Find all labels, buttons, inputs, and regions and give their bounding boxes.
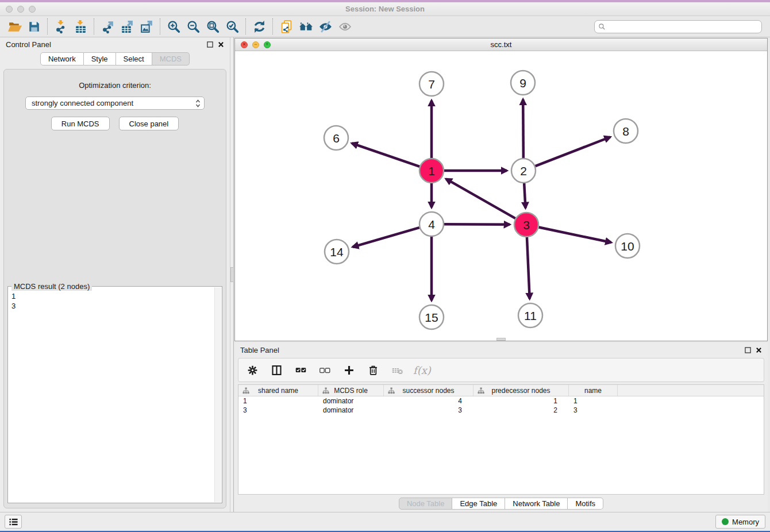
refresh-layout-icon xyxy=(252,20,267,34)
show-panels-button[interactable] xyxy=(5,515,22,529)
hide-selected-button[interactable] xyxy=(315,17,335,36)
edge-3-10[interactable] xyxy=(539,228,611,243)
tab-style[interactable]: Style xyxy=(84,52,116,65)
node-14[interactable]: 14 xyxy=(325,240,349,264)
network-window-title: scc.txt xyxy=(235,40,767,49)
node-11[interactable]: 11 xyxy=(518,303,542,327)
node-1[interactable]: 1 xyxy=(419,159,444,183)
tab-edge-table[interactable]: Edge Table xyxy=(452,498,505,510)
mac-titlebar: Session: New Session xyxy=(0,2,770,16)
float-panel-icon[interactable] xyxy=(207,41,213,48)
clear-column-selection-button[interactable] xyxy=(317,362,333,378)
select-all-columns-button[interactable] xyxy=(292,362,309,378)
tab-select[interactable]: Select xyxy=(116,52,152,65)
tab-network-table[interactable]: Network Table xyxy=(505,498,568,510)
cell-mcds-role[interactable]: dominator xyxy=(318,406,384,415)
toolbar-separator xyxy=(160,18,160,34)
close-panel-icon[interactable] xyxy=(756,347,762,353)
close-panel-button[interactable]: Close panel xyxy=(119,117,179,130)
node-8[interactable]: 8 xyxy=(614,119,638,143)
cell-successor-nodes[interactable]: 4 xyxy=(384,396,473,406)
canvas-resize-grip[interactable] xyxy=(496,338,506,341)
node-15[interactable]: 15 xyxy=(419,305,444,329)
export-network-button[interactable] xyxy=(98,17,117,36)
zoom-in-button[interactable] xyxy=(164,17,183,36)
column-header-shared-name[interactable]: shared name xyxy=(238,385,318,396)
table-settings-button[interactable] xyxy=(244,362,260,378)
criterion-dropdown[interactable]: strongly connected component xyxy=(25,97,205,110)
network-from-selection-button[interactable] xyxy=(276,17,296,36)
node-3[interactable]: 3 xyxy=(514,213,538,237)
table-panel-title: Table Panel xyxy=(240,346,745,354)
table-panel: Table Panel f(x) xyxy=(234,343,768,512)
tab-node-table[interactable]: Node Table xyxy=(399,498,453,510)
cell-shared-name[interactable]: 3 xyxy=(238,406,318,415)
control-panel-title: Control Panel xyxy=(6,40,207,49)
zoom-selected-button[interactable] xyxy=(222,17,242,36)
delete-table-button[interactable] xyxy=(389,362,405,378)
edge-3-11[interactable] xyxy=(527,237,530,299)
edge-4-3[interactable] xyxy=(444,224,510,225)
panel-splitter[interactable] xyxy=(230,37,234,512)
home-networks-button[interactable] xyxy=(296,17,315,36)
column-header-name[interactable]: name xyxy=(569,385,618,396)
apply-layout-button[interactable] xyxy=(249,17,269,36)
memory-button[interactable]: Memory xyxy=(715,515,765,529)
toolbar-separator xyxy=(245,18,246,34)
tab-network[interactable]: Network xyxy=(40,52,84,65)
cell-predecessor-nodes[interactable]: 2 xyxy=(473,406,569,415)
import-network-button[interactable] xyxy=(51,17,71,36)
column-label: predecessor nodes xyxy=(491,387,550,395)
save-session-button[interactable] xyxy=(24,17,44,36)
network-canvas[interactable]: 1234678910111415 xyxy=(235,51,767,341)
cell-mcds-role[interactable]: dominator xyxy=(318,396,384,406)
cell-name[interactable]: 1 xyxy=(569,396,618,406)
column-view-button[interactable] xyxy=(268,362,284,378)
edge-2-9[interactable] xyxy=(523,99,523,158)
edge-2-3[interactable] xyxy=(524,183,525,208)
tab-motifs[interactable]: Motifs xyxy=(568,498,603,510)
svg-text:14: 14 xyxy=(330,245,344,259)
show-all-button[interactable] xyxy=(335,17,355,36)
search-input[interactable] xyxy=(608,22,758,30)
create-column-button[interactable] xyxy=(341,362,357,378)
list-icon xyxy=(9,518,18,526)
table-row[interactable]: 3 dominator 3 2 3 xyxy=(238,406,764,415)
result-scrollbar[interactable] xyxy=(214,287,221,502)
column-header-successor-nodes[interactable]: successor nodes xyxy=(384,385,473,396)
close-panel-icon[interactable] xyxy=(218,41,224,48)
run-mcds-button[interactable]: Run MCDS xyxy=(51,117,110,130)
zoom-fit-button[interactable] xyxy=(203,17,222,36)
splitter-grip[interactable] xyxy=(230,267,234,282)
mcds-result-text[interactable]: 1 3 xyxy=(11,291,214,502)
table-row[interactable]: 1 dominator 4 1 1 xyxy=(238,396,764,406)
network-window-titlebar[interactable]: × − + scc.txt xyxy=(235,38,767,51)
cell-predecessor-nodes[interactable]: 1 xyxy=(473,396,569,406)
edge-1-6[interactable] xyxy=(352,143,419,166)
node-10[interactable]: 10 xyxy=(615,234,640,258)
tab-mcds[interactable]: MCDS xyxy=(152,52,190,65)
delete-column-button[interactable] xyxy=(365,362,381,378)
edge-2-8[interactable] xyxy=(536,137,610,166)
node-7[interactable]: 7 xyxy=(419,72,444,96)
node-table: shared name MCDS role successor nodes pr… xyxy=(238,384,764,495)
column-header-predecessor-nodes[interactable]: predecessor nodes xyxy=(473,385,569,396)
cell-successor-nodes[interactable]: 3 xyxy=(384,406,473,415)
node-9[interactable]: 9 xyxy=(511,71,535,95)
node-4[interactable]: 4 xyxy=(419,212,444,236)
cell-shared-name[interactable]: 1 xyxy=(238,396,318,406)
node-6[interactable]: 6 xyxy=(324,126,348,150)
zoom-out-button[interactable] xyxy=(183,17,203,36)
import-table-button[interactable] xyxy=(71,17,90,36)
export-image-button[interactable] xyxy=(137,17,156,36)
open-session-button[interactable] xyxy=(5,17,24,36)
search-field[interactable] xyxy=(594,20,762,33)
function-builder-button[interactable]: f(x) xyxy=(413,364,431,376)
node-2[interactable]: 2 xyxy=(511,159,536,183)
column-header-mcds-role[interactable]: MCDS role xyxy=(318,385,384,396)
edge-3-1[interactable] xyxy=(446,179,515,218)
cell-name[interactable]: 3 xyxy=(569,406,618,415)
edge-4-14[interactable] xyxy=(353,228,419,247)
export-table-button[interactable] xyxy=(117,17,137,36)
float-panel-icon[interactable] xyxy=(745,347,751,353)
